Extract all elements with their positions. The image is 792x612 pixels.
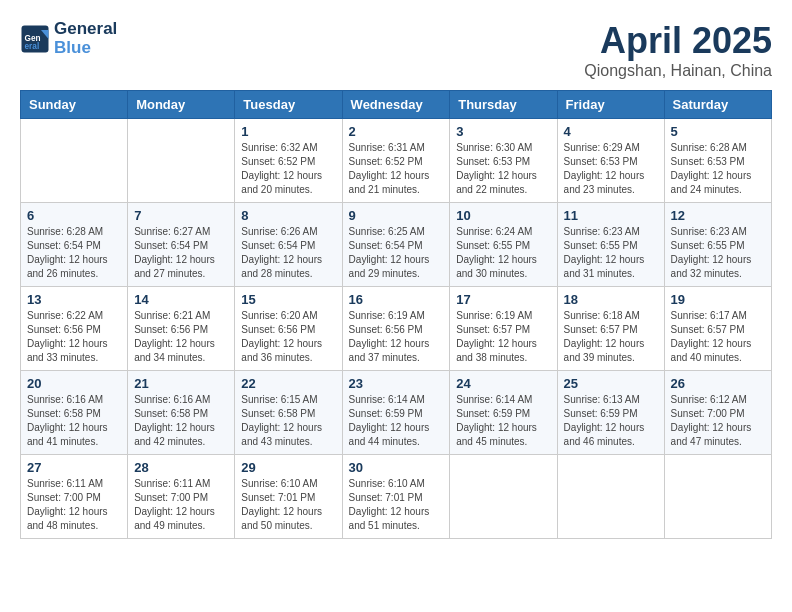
- day-info: Sunrise: 6:19 AMSunset: 6:57 PMDaylight:…: [456, 309, 550, 365]
- day-number: 22: [241, 376, 335, 391]
- calendar-cell: 5Sunrise: 6:28 AMSunset: 6:53 PMDaylight…: [664, 119, 771, 203]
- day-number: 3: [456, 124, 550, 139]
- day-number: 20: [27, 376, 121, 391]
- day-info: Sunrise: 6:16 AMSunset: 6:58 PMDaylight:…: [134, 393, 228, 449]
- day-info: Sunrise: 6:18 AMSunset: 6:57 PMDaylight:…: [564, 309, 658, 365]
- day-info: Sunrise: 6:13 AMSunset: 6:59 PMDaylight:…: [564, 393, 658, 449]
- day-info: Sunrise: 6:27 AMSunset: 6:54 PMDaylight:…: [134, 225, 228, 281]
- day-number: 18: [564, 292, 658, 307]
- day-number: 7: [134, 208, 228, 223]
- day-info: Sunrise: 6:21 AMSunset: 6:56 PMDaylight:…: [134, 309, 228, 365]
- header: Gen eral General Blue April 2025 Qiongsh…: [20, 20, 772, 80]
- calendar-cell: 15Sunrise: 6:20 AMSunset: 6:56 PMDayligh…: [235, 287, 342, 371]
- calendar-cell: 14Sunrise: 6:21 AMSunset: 6:56 PMDayligh…: [128, 287, 235, 371]
- day-number: 6: [27, 208, 121, 223]
- calendar-cell: 29Sunrise: 6:10 AMSunset: 7:01 PMDayligh…: [235, 455, 342, 539]
- day-number: 23: [349, 376, 444, 391]
- calendar-cell: 27Sunrise: 6:11 AMSunset: 7:00 PMDayligh…: [21, 455, 128, 539]
- day-number: 5: [671, 124, 765, 139]
- day-number: 10: [456, 208, 550, 223]
- day-number: 8: [241, 208, 335, 223]
- calendar-week-row: 13Sunrise: 6:22 AMSunset: 6:56 PMDayligh…: [21, 287, 772, 371]
- day-info: Sunrise: 6:32 AMSunset: 6:52 PMDaylight:…: [241, 141, 335, 197]
- day-info: Sunrise: 6:17 AMSunset: 6:57 PMDaylight:…: [671, 309, 765, 365]
- calendar-cell: 24Sunrise: 6:14 AMSunset: 6:59 PMDayligh…: [450, 371, 557, 455]
- calendar-cell: 22Sunrise: 6:15 AMSunset: 6:58 PMDayligh…: [235, 371, 342, 455]
- day-number: 26: [671, 376, 765, 391]
- calendar-cell: 20Sunrise: 6:16 AMSunset: 6:58 PMDayligh…: [21, 371, 128, 455]
- logo-text-bottom: Blue: [54, 39, 117, 58]
- day-number: 25: [564, 376, 658, 391]
- day-number: 29: [241, 460, 335, 475]
- calendar-cell: 28Sunrise: 6:11 AMSunset: 7:00 PMDayligh…: [128, 455, 235, 539]
- day-number: 13: [27, 292, 121, 307]
- calendar-cell: 16Sunrise: 6:19 AMSunset: 6:56 PMDayligh…: [342, 287, 450, 371]
- day-number: 11: [564, 208, 658, 223]
- weekday-header: Friday: [557, 91, 664, 119]
- logo-text-top: General: [54, 20, 117, 39]
- location-title: Qiongshan, Hainan, China: [584, 62, 772, 80]
- day-number: 19: [671, 292, 765, 307]
- day-info: Sunrise: 6:22 AMSunset: 6:56 PMDaylight:…: [27, 309, 121, 365]
- day-info: Sunrise: 6:31 AMSunset: 6:52 PMDaylight:…: [349, 141, 444, 197]
- calendar-cell: 26Sunrise: 6:12 AMSunset: 7:00 PMDayligh…: [664, 371, 771, 455]
- calendar-cell: 1Sunrise: 6:32 AMSunset: 6:52 PMDaylight…: [235, 119, 342, 203]
- weekday-header: Saturday: [664, 91, 771, 119]
- day-number: 2: [349, 124, 444, 139]
- calendar-cell: [128, 119, 235, 203]
- day-info: Sunrise: 6:29 AMSunset: 6:53 PMDaylight:…: [564, 141, 658, 197]
- day-info: Sunrise: 6:23 AMSunset: 6:55 PMDaylight:…: [671, 225, 765, 281]
- calendar-cell: 11Sunrise: 6:23 AMSunset: 6:55 PMDayligh…: [557, 203, 664, 287]
- calendar-cell: 7Sunrise: 6:27 AMSunset: 6:54 PMDaylight…: [128, 203, 235, 287]
- day-number: 4: [564, 124, 658, 139]
- day-info: Sunrise: 6:10 AMSunset: 7:01 PMDaylight:…: [241, 477, 335, 533]
- calendar-cell: [450, 455, 557, 539]
- logo-icon: Gen eral: [20, 24, 50, 54]
- day-number: 27: [27, 460, 121, 475]
- day-number: 17: [456, 292, 550, 307]
- day-number: 24: [456, 376, 550, 391]
- calendar-cell: 2Sunrise: 6:31 AMSunset: 6:52 PMDaylight…: [342, 119, 450, 203]
- day-info: Sunrise: 6:11 AMSunset: 7:00 PMDaylight:…: [134, 477, 228, 533]
- day-info: Sunrise: 6:14 AMSunset: 6:59 PMDaylight:…: [349, 393, 444, 449]
- weekday-header: Tuesday: [235, 91, 342, 119]
- logo: Gen eral General Blue: [20, 20, 117, 57]
- calendar-cell: 4Sunrise: 6:29 AMSunset: 6:53 PMDaylight…: [557, 119, 664, 203]
- calendar-cell: 12Sunrise: 6:23 AMSunset: 6:55 PMDayligh…: [664, 203, 771, 287]
- day-info: Sunrise: 6:16 AMSunset: 6:58 PMDaylight:…: [27, 393, 121, 449]
- calendar-cell: 17Sunrise: 6:19 AMSunset: 6:57 PMDayligh…: [450, 287, 557, 371]
- day-number: 30: [349, 460, 444, 475]
- calendar-cell: 6Sunrise: 6:28 AMSunset: 6:54 PMDaylight…: [21, 203, 128, 287]
- calendar-week-row: 27Sunrise: 6:11 AMSunset: 7:00 PMDayligh…: [21, 455, 772, 539]
- day-number: 15: [241, 292, 335, 307]
- calendar-cell: [557, 455, 664, 539]
- calendar-week-row: 6Sunrise: 6:28 AMSunset: 6:54 PMDaylight…: [21, 203, 772, 287]
- day-info: Sunrise: 6:19 AMSunset: 6:56 PMDaylight:…: [349, 309, 444, 365]
- calendar-cell: 23Sunrise: 6:14 AMSunset: 6:59 PMDayligh…: [342, 371, 450, 455]
- weekday-header: Sunday: [21, 91, 128, 119]
- calendar-cell: 25Sunrise: 6:13 AMSunset: 6:59 PMDayligh…: [557, 371, 664, 455]
- calendar-cell: 30Sunrise: 6:10 AMSunset: 7:01 PMDayligh…: [342, 455, 450, 539]
- day-number: 12: [671, 208, 765, 223]
- calendar-cell: 21Sunrise: 6:16 AMSunset: 6:58 PMDayligh…: [128, 371, 235, 455]
- svg-text:eral: eral: [25, 41, 40, 50]
- day-info: Sunrise: 6:12 AMSunset: 7:00 PMDaylight:…: [671, 393, 765, 449]
- day-info: Sunrise: 6:30 AMSunset: 6:53 PMDaylight:…: [456, 141, 550, 197]
- day-info: Sunrise: 6:23 AMSunset: 6:55 PMDaylight:…: [564, 225, 658, 281]
- day-info: Sunrise: 6:20 AMSunset: 6:56 PMDaylight:…: [241, 309, 335, 365]
- calendar-cell: 13Sunrise: 6:22 AMSunset: 6:56 PMDayligh…: [21, 287, 128, 371]
- day-info: Sunrise: 6:24 AMSunset: 6:55 PMDaylight:…: [456, 225, 550, 281]
- day-number: 21: [134, 376, 228, 391]
- day-number: 1: [241, 124, 335, 139]
- calendar-cell: 9Sunrise: 6:25 AMSunset: 6:54 PMDaylight…: [342, 203, 450, 287]
- day-number: 9: [349, 208, 444, 223]
- weekday-header: Thursday: [450, 91, 557, 119]
- weekday-header: Monday: [128, 91, 235, 119]
- calendar-cell: [21, 119, 128, 203]
- calendar-cell: 8Sunrise: 6:26 AMSunset: 6:54 PMDaylight…: [235, 203, 342, 287]
- title-area: April 2025 Qiongshan, Hainan, China: [584, 20, 772, 80]
- day-info: Sunrise: 6:14 AMSunset: 6:59 PMDaylight:…: [456, 393, 550, 449]
- calendar-cell: [664, 455, 771, 539]
- weekday-header: Wednesday: [342, 91, 450, 119]
- calendar-cell: 18Sunrise: 6:18 AMSunset: 6:57 PMDayligh…: [557, 287, 664, 371]
